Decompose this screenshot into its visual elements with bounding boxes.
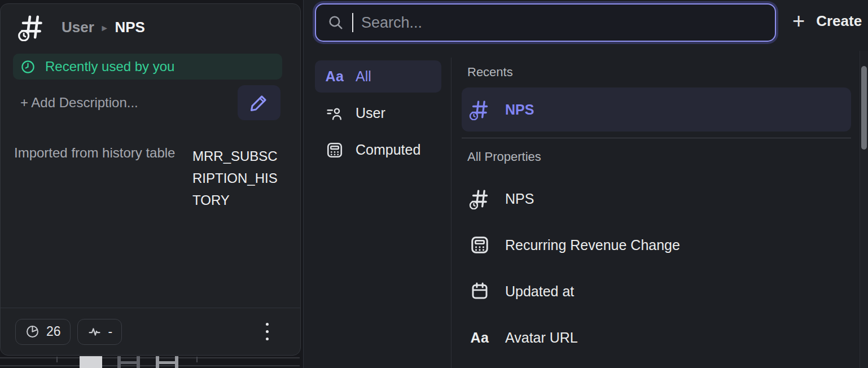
user-properties-icon [325,105,345,122]
breadcrumb: User ▸ NPS [62,19,145,36]
search-icon [327,14,344,31]
results-list: Recents NPS All Properties [462,54,851,361]
background-glyph [80,356,102,368]
recents-heading: Recents [467,65,851,80]
text-format-icon: Aa [325,68,345,85]
description-row: + Add Description... [20,85,280,120]
section-divider [462,138,851,138]
result-item-label: Updated at [505,283,574,300]
property-details-region: User ▸ NPS Recently used by you + Add De… [0,0,303,368]
pie-chart-icon [25,324,40,339]
filter-results-divider [451,58,451,368]
scrollbar-thumb[interactable] [861,66,867,150]
chevron-right-icon: ▸ [102,20,107,34]
property-item-recurring-revenue-change[interactable]: Recurring Revenue Change [462,222,851,268]
trend-value: - [108,324,113,339]
more-options-button[interactable] [262,319,272,344]
recent-item-nps[interactable]: NPS [462,87,851,132]
text-format-icon: Aa [468,330,491,346]
imported-from-row: Imported from history table MRR_SUBSCRIP… [14,145,283,211]
numeric-history-property-icon [468,99,491,120]
background-line [0,357,300,358]
result-item-label: NPS [505,102,534,118]
calculator-icon [325,141,345,159]
pencil-icon [249,93,269,113]
type-filter-list: Aa All User [315,60,441,170]
filter-tab-label: User [356,105,385,121]
plus-icon: + [792,10,805,32]
filter-tab-label: Computed [356,142,420,158]
result-item-label: Recurring Revenue Change [505,237,680,253]
filter-tab-label: All [356,68,371,85]
panel-header: User ▸ NPS [1,4,300,41]
filter-tab-all[interactable]: Aa All [315,60,441,93]
background-tick [56,357,58,362]
breadcrumb-parent[interactable]: User [62,19,94,36]
create-button-label: Create [816,12,862,30]
edit-description-button[interactable] [238,85,280,120]
panel-footer: 26 - [1,308,300,355]
background-tick [196,357,198,362]
numeric-history-property-icon [468,188,491,209]
calendar-icon [468,281,491,301]
result-item-label: Avatar URL [505,330,578,346]
property-details-panel: User ▸ NPS Recently used by you + Add De… [0,3,301,356]
property-item-updated-at[interactable]: Updated at [462,268,851,314]
filter-tab-computed[interactable]: Computed [315,134,441,166]
filter-tab-user[interactable]: User [315,97,441,129]
imported-from-label: Imported from history table [14,145,175,161]
panel-divider [303,0,304,368]
background-glyph [117,356,140,368]
obscured-background-content [0,356,303,368]
numeric-history-property-icon [17,13,46,41]
add-description-button[interactable]: + Add Description... [20,95,138,111]
values-count: 26 [46,324,61,339]
all-properties-list: NPS [462,176,851,361]
property-picker-screen: User ▸ NPS Recently used by you + Add De… [0,0,868,368]
imported-table-name: MRR_SUBSCRIPTION_HISTORY [192,145,283,211]
breadcrumb-current: NPS [115,19,144,36]
trend-button[interactable]: - [77,319,122,345]
background-glyph [156,356,178,368]
property-item-nps[interactable]: NPS [462,176,851,222]
scrollbar[interactable] [860,51,868,368]
search-input[interactable] [361,14,775,32]
create-button[interactable]: + Create [792,10,862,32]
result-item-label: NPS [505,191,534,207]
all-properties-heading: All Properties [467,150,851,164]
values-count-button[interactable]: 26 [15,319,71,345]
background-line [0,365,300,366]
calculator-icon [468,235,491,255]
recently-used-badge: Recently used by you [13,54,282,80]
clock-icon [20,59,36,75]
pulse-icon [87,324,102,339]
search-input-wrapper[interactable] [315,3,776,42]
text-caret [352,13,353,32]
property-item-avatar-url[interactable]: Aa Avatar URL [462,314,851,361]
recently-used-label: Recently used by you [45,59,174,75]
property-search-region: + Create Aa All User [304,0,868,368]
